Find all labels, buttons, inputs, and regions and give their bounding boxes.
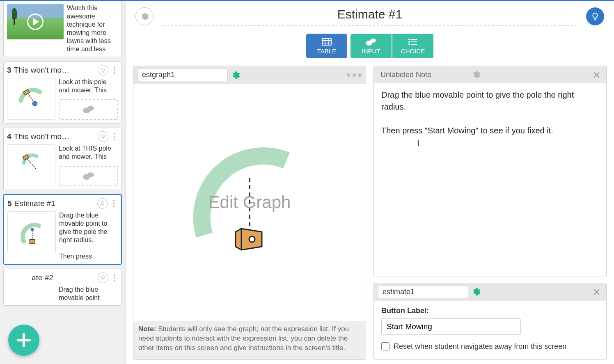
checkbox-label: Reset when student navigates away from t… bbox=[394, 341, 566, 351]
panel-header bbox=[133, 66, 366, 84]
edit-graph-overlay: Edit Graph bbox=[208, 192, 291, 212]
svg-rect-22 bbox=[411, 41, 417, 42]
screen-number: 5 bbox=[7, 199, 12, 208]
tab-label: INPUT bbox=[362, 48, 380, 55]
gear-icon[interactable] bbox=[231, 71, 240, 80]
screen-description: Drag the blue movable point to give the … bbox=[59, 211, 118, 261]
speech-icon bbox=[365, 38, 377, 46]
screen-description: Drag the blue movable point bbox=[7, 286, 118, 302]
svg-point-4 bbox=[87, 106, 94, 111]
tab-choice[interactable]: CHOICE bbox=[392, 34, 433, 58]
screen-description: Watch this awesome technique for mowing … bbox=[67, 4, 118, 53]
gear-icon[interactable] bbox=[472, 70, 481, 79]
panels-row: Edit Graph Note: Students will only see … bbox=[133, 66, 607, 360]
tab-label: CHOICE bbox=[401, 48, 425, 55]
screen-number: 3 bbox=[7, 66, 11, 75]
tab-input[interactable]: INPUT bbox=[351, 34, 392, 58]
component-name-input[interactable] bbox=[378, 286, 468, 298]
title-divider bbox=[163, 25, 577, 26]
list-icon bbox=[408, 38, 418, 46]
component-name-input[interactable] bbox=[137, 69, 228, 81]
svg-rect-24 bbox=[411, 44, 417, 45]
lightbulb-icon[interactable] bbox=[98, 131, 108, 142]
svg-point-2 bbox=[33, 101, 37, 106]
screen-description: Look at THIS pole and mower. This bbox=[59, 144, 118, 163]
more-icon[interactable] bbox=[111, 133, 118, 140]
svg-rect-11 bbox=[30, 240, 35, 244]
screen-item[interactable]: 4 This won't mo… Look at THIS pole and m… bbox=[3, 128, 122, 190]
svg-line-5 bbox=[27, 158, 37, 170]
main-editor: Estimate #1 TABLE INPUT CHOICE bbox=[126, 1, 614, 364]
tab-table[interactable]: TABLE bbox=[306, 34, 347, 58]
page-title[interactable]: Estimate #1 bbox=[158, 7, 581, 25]
screen-item-selected[interactable]: 5 Estimate #1 Drag the blue movable poin… bbox=[3, 194, 122, 265]
reset-checkbox-row[interactable]: Reset when student navigates away from t… bbox=[381, 341, 599, 351]
note-text-area[interactable]: Drag the blue movable point to give the … bbox=[374, 83, 606, 277]
close-icon[interactable]: × bbox=[591, 288, 602, 295]
title-row: Estimate #1 bbox=[133, 5, 607, 34]
reset-checkbox[interactable] bbox=[381, 342, 389, 350]
tips-button[interactable] bbox=[586, 7, 604, 25]
close-icon[interactable]: × bbox=[591, 71, 602, 78]
screen-item[interactable]: 3 This won't mo… Look at this pole and m… bbox=[3, 61, 122, 124]
screens-sidebar: Watch this awesome technique for mowing … bbox=[0, 1, 126, 364]
screen-thumbnail bbox=[7, 211, 56, 253]
screen-description: Look at this pole and mower. This bbox=[59, 78, 118, 97]
screen-title: This won't mo… bbox=[14, 66, 95, 75]
note-label: Note: bbox=[138, 325, 156, 333]
screen-title: Estimate #1 bbox=[14, 199, 95, 208]
more-icon[interactable] bbox=[110, 200, 118, 207]
note-paragraph: Then press "Start Mowing" to see if you … bbox=[381, 125, 599, 137]
video-thumbnail[interactable] bbox=[7, 4, 64, 39]
svg-rect-20 bbox=[411, 39, 417, 40]
component-name-label[interactable]: Unlabeled Note bbox=[378, 71, 468, 79]
screen-thumbnail bbox=[7, 144, 55, 186]
svg-point-19 bbox=[408, 39, 410, 40]
note-paragraph: Drag the blue movable point to give the … bbox=[381, 89, 599, 113]
button-panel: × Button Label: Reset when student navig… bbox=[373, 283, 607, 360]
lightbulb-icon[interactable] bbox=[97, 198, 108, 209]
svg-line-0 bbox=[27, 94, 34, 102]
button-label-input[interactable] bbox=[381, 318, 521, 335]
panel-header: Unlabeled Note × bbox=[374, 66, 606, 83]
lightbulb-icon[interactable] bbox=[98, 272, 108, 283]
component-tabs: TABLE INPUT CHOICE bbox=[133, 34, 607, 58]
speech-placeholder[interactable] bbox=[59, 99, 118, 120]
text-cursor-icon: I bbox=[417, 136, 420, 150]
panel-header: × bbox=[374, 283, 606, 301]
screen-title: ate #2 bbox=[32, 273, 95, 282]
svg-point-28 bbox=[249, 236, 255, 242]
lightbulb-icon[interactable] bbox=[98, 65, 108, 76]
add-screen-button[interactable] bbox=[8, 325, 39, 356]
graph-panel: Edit Graph Note: Students will only see … bbox=[133, 66, 366, 360]
note-body: Students will only see the graph; not th… bbox=[138, 325, 349, 352]
gear-icon[interactable] bbox=[472, 287, 481, 296]
svg-rect-12 bbox=[322, 39, 331, 45]
screen-title: This won't mo… bbox=[14, 132, 95, 141]
more-icon[interactable] bbox=[111, 274, 118, 282]
button-label-heading: Button Label: bbox=[381, 307, 599, 315]
screen-item[interactable]: Watch this awesome technique for mowing … bbox=[3, 1, 122, 57]
svg-point-10 bbox=[31, 228, 33, 231]
svg-point-23 bbox=[408, 43, 410, 45]
more-icon[interactable] bbox=[111, 66, 118, 74]
table-icon bbox=[322, 38, 332, 46]
graph-canvas[interactable]: Edit Graph bbox=[133, 84, 366, 321]
svg-point-8 bbox=[87, 172, 94, 177]
svg-point-18 bbox=[370, 39, 376, 43]
screen-settings-button[interactable] bbox=[135, 7, 154, 25]
screen-number: 4 bbox=[7, 132, 11, 141]
drag-handle-icon[interactable] bbox=[347, 73, 362, 77]
graph-note: Note: Students will only see the graph; … bbox=[133, 321, 366, 359]
play-icon bbox=[27, 14, 44, 30]
speech-placeholder[interactable] bbox=[59, 166, 118, 186]
tab-label: TABLE bbox=[317, 48, 336, 55]
svg-point-21 bbox=[408, 41, 410, 43]
app-root: Watch this awesome technique for mowing … bbox=[0, 0, 614, 364]
screen-item[interactable]: ate #2 Drag the blue movable point bbox=[3, 269, 122, 306]
screen-thumbnail bbox=[7, 78, 55, 120]
note-panel: Unlabeled Note × Drag the blue movable p… bbox=[373, 66, 607, 277]
